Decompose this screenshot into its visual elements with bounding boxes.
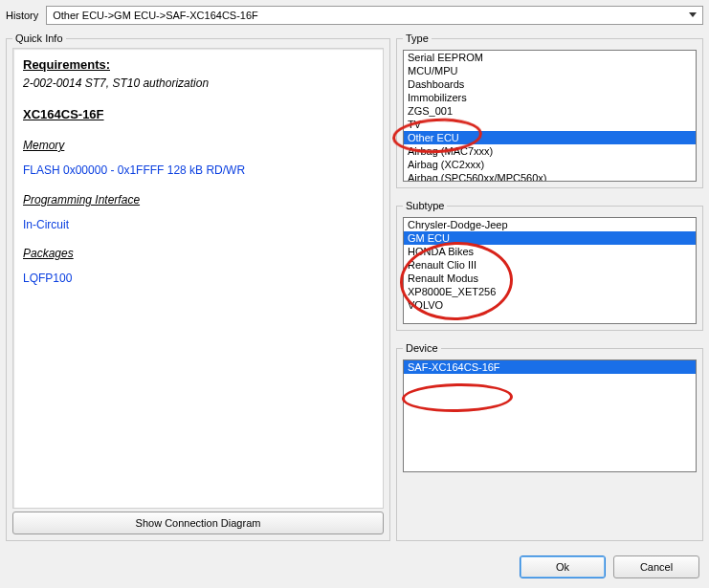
subtype-legend: Subtype <box>403 200 447 211</box>
history-label: History <box>6 10 38 21</box>
requirements-line: 2-002-0014 ST7, ST10 authorization <box>23 76 373 91</box>
device-heading: XC164CS-16F <box>23 106 373 123</box>
ok-button[interactable]: Ok <box>520 555 606 578</box>
type-legend: Type <box>403 33 432 44</box>
list-item[interactable]: Serial EEPROM <box>404 51 696 64</box>
list-item[interactable]: Airbag (MAC7xxx) <box>404 144 696 158</box>
history-combo[interactable]: Other ECU->GM ECU->SAF-XC164CS-16F <box>46 6 703 25</box>
type-listbox[interactable]: Serial EEPROMMCU/MPUDashboardsImmobilize… <box>403 50 697 182</box>
cancel-button[interactable]: Cancel <box>613 555 699 578</box>
list-item[interactable]: TV <box>404 118 696 131</box>
list-item[interactable]: Airbag (SPC560xx/MPC560x) <box>404 171 696 182</box>
list-item[interactable]: Chrysler-Dodge-Jeep <box>404 218 696 231</box>
list-item[interactable]: ZGS_001 <box>404 104 696 118</box>
quickinfo-legend: Quick Info <box>12 33 66 44</box>
list-item[interactable]: GM ECU <box>404 231 696 245</box>
chevron-down-icon <box>685 8 700 23</box>
list-item[interactable]: VOLVO <box>404 298 696 312</box>
device-legend: Device <box>403 342 441 354</box>
list-item[interactable]: Renault Modus <box>404 272 696 285</box>
pi-line[interactable]: In-Circuit <box>23 217 373 232</box>
packages-heading: Packages <box>23 246 74 261</box>
device-listbox[interactable]: SAF-XC164CS-16F <box>403 359 697 472</box>
requirements-heading: Requirements: <box>23 56 373 74</box>
list-item[interactable]: Dashboards <box>404 77 696 91</box>
subtype-group: Subtype Chrysler-Dodge-JeepGM ECUHONDA B… <box>396 200 703 331</box>
pi-heading: Programming Interface <box>23 192 140 207</box>
list-item[interactable]: Renault Clio III <box>404 258 696 272</box>
type-group: Type Serial EEPROMMCU/MPUDashboardsImmob… <box>396 33 703 188</box>
list-item[interactable]: MCU/MPU <box>404 64 696 77</box>
list-item[interactable]: Airbag (XC2xxx) <box>404 158 696 171</box>
history-combo-value: Other ECU->GM ECU->SAF-XC164CS-16F <box>53 10 258 21</box>
list-item[interactable]: Immobilizers <box>404 91 696 104</box>
quickinfo-pane: Requirements: 2-002-0014 ST7, ST10 autho… <box>12 48 384 509</box>
list-item[interactable]: Other ECU <box>404 131 696 144</box>
list-item[interactable]: XP8000E_XET256 <box>404 285 696 298</box>
show-connection-diagram-button[interactable]: Show Connection Diagram <box>12 512 384 534</box>
memory-heading: Memory <box>23 138 64 153</box>
list-item[interactable]: SAF-XC164CS-16F <box>404 360 696 374</box>
list-item[interactable]: HONDA Bikes <box>404 245 696 258</box>
packages-line[interactable]: LQFP100 <box>23 271 373 286</box>
svg-marker-0 <box>689 12 697 17</box>
device-group: Device SAF-XC164CS-16F <box>396 342 703 541</box>
subtype-listbox[interactable]: Chrysler-Dodge-JeepGM ECUHONDA BikesRena… <box>403 217 697 324</box>
memory-line[interactable]: FLASH 0x00000 - 0x1FFFF 128 kB RD/WR <box>23 163 373 178</box>
